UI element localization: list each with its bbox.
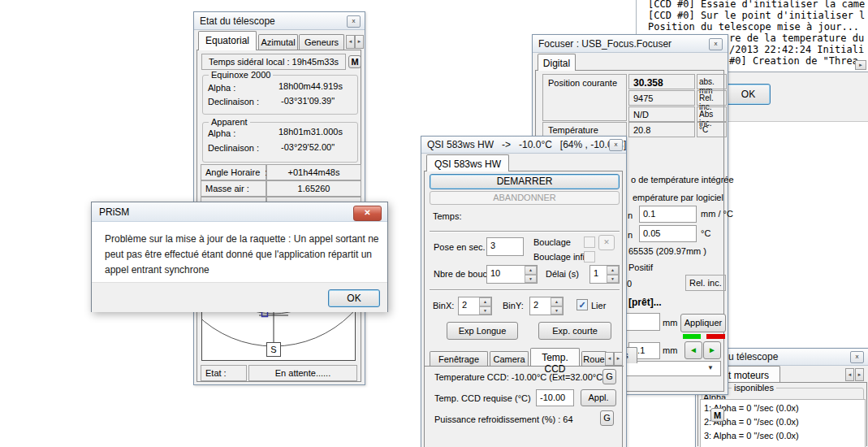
eq-dec-label: Declinaison : (208, 97, 259, 106)
spin-down-icon[interactable]: ▼ (551, 306, 563, 315)
spin-up-icon[interactable]: ▲ (525, 266, 537, 275)
ok-button[interactable]: OK (726, 84, 771, 105)
mount-button[interactable]: M (348, 55, 361, 68)
move-in-button[interactable]: ◄ (684, 341, 702, 359)
tab-fenetrage[interactable]: Fenêtrage (430, 351, 488, 366)
list-item[interactable]: 3: Alpha = 0 "/sec (0.0x) (704, 431, 799, 440)
tab-scroll-right-icon[interactable]: ► (855, 368, 864, 381)
nbre-boucles-value: 10 (487, 266, 525, 283)
temps-label: Temps: (433, 211, 461, 221)
tab-scroll-left-icon[interactable]: ◄ (346, 35, 355, 49)
spin-down-icon[interactable]: ▼ (607, 275, 619, 284)
tab-equatorial[interactable]: Equatorial (198, 31, 257, 50)
exp-longue-button[interactable]: Exp Longue (447, 322, 518, 340)
temp-compensation-label: o de température intégrée (631, 175, 734, 184)
spin-up-icon[interactable]: ▲ (479, 297, 491, 306)
prism-dialog-footer: OK (92, 282, 387, 312)
abandonner-button[interactable]: ABANDONNER (430, 191, 620, 205)
tab-azimutal[interactable]: Azimutal (258, 34, 298, 50)
close-icon[interactable]: x (709, 38, 723, 50)
spin-down-icon[interactable]: ▼ (525, 275, 537, 284)
qsi-window-title: QSI 583ws HW -> -10.0°C [64% , -10.0°C] (427, 139, 626, 150)
tab-roue[interactable]: Roue (581, 351, 607, 366)
apparent-group-label: Apparent (209, 117, 250, 127)
qsi-pane: DEMARRER ABANDONNER Temps: Pose en sec. … (424, 171, 623, 447)
spin-up-icon[interactable]: ▲ (607, 266, 619, 275)
red-indicator (706, 334, 725, 339)
spin-up-icon[interactable]: ▲ (551, 297, 563, 306)
close-icon[interactable]: x (850, 351, 864, 363)
telescope-titlebar[interactable]: Etat du télescope (194, 12, 365, 30)
move-out-button[interactable]: ► (703, 341, 721, 359)
bouclage-label: Bouclage (533, 237, 571, 247)
binx-value: 2 (459, 297, 479, 315)
position-abs-value: 30.358 (628, 74, 695, 89)
focuser-m-button[interactable]: M (710, 408, 724, 422)
unit-rel-inc: Rel. inc. (697, 90, 727, 106)
graph-button-power[interactable]: G (600, 410, 614, 426)
tab-temp-ccd[interactable]: Temp. CCD (530, 348, 580, 366)
pose-label: Pose en sec. (434, 242, 486, 252)
tab-scroll-right-icon[interactable]: ► (614, 352, 623, 366)
delai-stepper[interactable]: 1 ▲▼ (589, 265, 620, 284)
eq-dec-value: -03°31'09.39" (281, 96, 335, 106)
appliquer-button[interactable]: Appliquer (680, 314, 726, 332)
graph-button-temp[interactable]: G (602, 369, 616, 384)
tab-geneurs[interactable]: Geneurs (299, 34, 344, 50)
log-line: re de la temperature du (729, 33, 864, 44)
equinoxe-group-label: Equinoxe 2000 (209, 70, 273, 80)
tab-scroll-left-icon[interactable]: ◄ (605, 352, 614, 366)
temperature-ccd-line: Temperature CCD: -10.00°C (Ext=32.00°C) (434, 372, 606, 382)
biny-stepper[interactable]: 2 ▲▼ (529, 297, 564, 315)
ap-dec-value: -03°29'52.00" (281, 142, 335, 152)
scroll-right-icon[interactable]: ► (855, 60, 866, 70)
tab-scroll-right-icon[interactable]: ► (355, 35, 364, 49)
ap-alpha-label: Alpha : (208, 128, 235, 138)
stop-loop-button[interactable]: ✕ (598, 235, 615, 250)
lier-label: Lier (591, 301, 606, 310)
comp-threshold-input[interactable]: 0.05 (639, 225, 697, 242)
close-icon[interactable]: ✕ (353, 206, 382, 221)
eq-alpha-value: 18h00m44.919s (279, 81, 343, 91)
position-label-box: Position courante (542, 74, 627, 121)
lier-checkbox[interactable]: ✓ (577, 299, 588, 310)
prism-dialog: PRiSM ✕ Problème sur la mise à jour de l… (91, 202, 388, 312)
binx-label: BinX: (433, 301, 454, 310)
appl-button[interactable]: Appl. (581, 389, 616, 406)
prism-ok-button[interactable]: OK (328, 289, 380, 307)
puissance-line: Puissance refroidissement (%) : 64 (434, 414, 573, 424)
max-course-value: 65535 (209.97mm ) (628, 246, 706, 256)
bouclage-infini-label: Bouclage infini (533, 252, 592, 262)
prism-dialog-titlebar[interactable]: PRiSM (92, 202, 387, 222)
separator (430, 231, 620, 232)
focuser-titlebar[interactable]: Focuser : USB_Focus.Focuser (533, 35, 728, 53)
focuser-window-title: Focuser : USB_Focus.Focuser (538, 38, 672, 50)
green-right-arrow-icon: ► (708, 345, 716, 354)
close-icon[interactable]: x (609, 139, 623, 151)
tab-digital[interactable]: Digital (538, 54, 576, 71)
log-line: Position du telescope mise à jour... (648, 21, 859, 33)
nbre-boucles-stepper[interactable]: 10 ▲▼ (486, 265, 538, 284)
chevron-down-icon: ▼ (707, 364, 714, 371)
spin-down-icon[interactable]: ▼ (479, 306, 491, 315)
unit-temp-c: °C (697, 122, 727, 137)
qsi-window: QSI 583ws HW -> -10.0°C [64% , -10.0°C] … (421, 136, 627, 447)
comp-coef-input[interactable]: 0.1 (639, 206, 697, 223)
bouclage-checkbox[interactable] (584, 237, 595, 248)
comp-coef-unit: mm / °C (701, 209, 733, 219)
exp-courte-button[interactable]: Exp. courte (538, 322, 611, 340)
binx-stepper[interactable]: 2 ▲▼ (458, 297, 492, 315)
tab-scroll-left-icon[interactable]: ◄ (845, 368, 854, 381)
comp-row1-prefix: n (628, 210, 633, 220)
south-marker: S (266, 342, 281, 357)
bouclage-infini-checkbox[interactable] (584, 251, 595, 263)
tab-camera[interactable]: Camera (490, 351, 529, 366)
pose-input[interactable]: 3 (486, 237, 524, 256)
temp-requise-input[interactable]: -10.00 (536, 389, 574, 406)
eq-alpha-label: Alpha : (208, 83, 235, 93)
close-icon[interactable]: x (347, 15, 361, 28)
log-line: #0] Creation de "Threa (729, 55, 858, 67)
demarrer-button[interactable]: DEMARRER (430, 174, 620, 189)
qsi-titlebar[interactable]: QSI 583ws HW -> -10.0°C [64% , -10.0°C] (421, 137, 626, 154)
tab-qsi-583ws-hw[interactable]: QSI 583ws HW (426, 154, 509, 171)
